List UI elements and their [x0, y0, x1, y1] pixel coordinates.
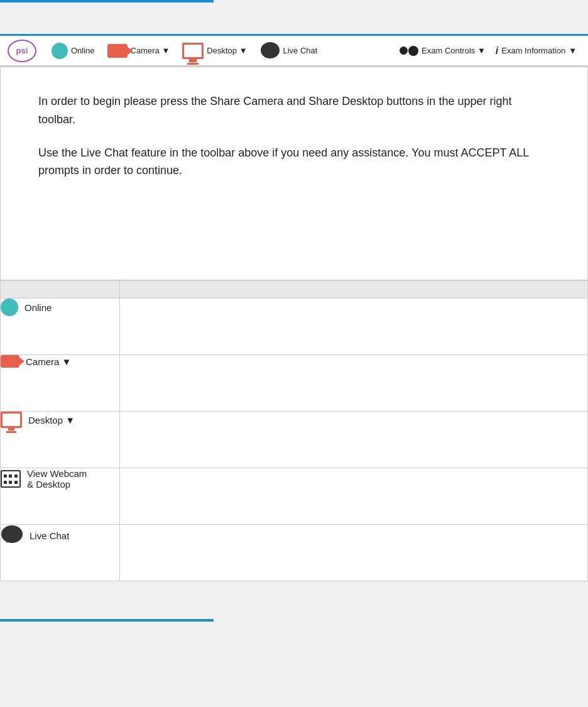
desktop-table-icon — [1, 412, 22, 428]
svg-point-0 — [261, 42, 280, 58]
table-label-online: Online — [1, 299, 120, 355]
person-icon-large — [408, 46, 418, 56]
info-icon: i — [496, 45, 498, 57]
psi-logo: psi — [8, 40, 36, 62]
desktop-row-label: Desktop ▼ — [28, 415, 75, 425]
chat-bubble-icon — [260, 41, 280, 60]
online-row-label: Online — [24, 302, 52, 313]
livechat-table-icon — [1, 525, 23, 546]
table-row: Desktop ▼ — [1, 412, 588, 468]
table-row: View Webcam& Desktop — [1, 468, 588, 525]
film-stripe-bottom — [3, 481, 18, 484]
exam-info-button[interactable]: i Exam Information ▼ — [492, 43, 580, 59]
camera-table-icon — [1, 355, 19, 368]
exam-controls-button[interactable]: Exam Controls ▼ — [396, 43, 489, 58]
table-header-col2 — [120, 281, 588, 299]
camera-label: Camera ▼ — [131, 46, 170, 55]
livechat-row-label: Live Chat — [30, 530, 69, 541]
person-icon-small — [400, 47, 408, 55]
table-row: Online — [1, 299, 588, 355]
camera-row-item: Camera ▼ — [1, 355, 119, 368]
toolbar: psi Online Camera ▼ Desktop ▼ Live Chat … — [0, 34, 588, 67]
online-indicator: Online — [48, 40, 99, 62]
camera-icon — [107, 44, 128, 58]
instruction-para-2: Use the Live Chat feature in the toolbar… — [38, 144, 550, 180]
online-dot-table-icon — [1, 299, 18, 316]
table-header — [1, 281, 588, 299]
svg-point-2 — [1, 525, 23, 543]
exam-info-label: Exam Information — [501, 46, 565, 55]
table-label-webcam: View Webcam& Desktop — [1, 468, 120, 525]
table-row: Camera ▼ — [1, 355, 588, 412]
film-stripe-top — [3, 474, 18, 478]
desktop-icon — [182, 43, 204, 59]
toolbar-right: Exam Controls ▼ i Exam Information ▼ — [396, 43, 580, 59]
table-content-desktop — [120, 412, 588, 468]
bottom-accent-line — [0, 619, 214, 622]
webcam-film-icon — [1, 470, 21, 488]
table-row: Live Chat — [1, 525, 588, 581]
online-dot-icon — [52, 43, 68, 59]
livechat-button[interactable]: Live Chat — [256, 39, 322, 63]
top-spacer — [0, 3, 588, 34]
instruction-para-1: In order to begin please press the Share… — [38, 92, 550, 129]
instructions-text: In order to begin please press the Share… — [38, 92, 550, 180]
camera-row-label: Camera ▼ — [26, 356, 71, 367]
toolbar-reference-table: Online Camera ▼ Desktop ▼ — [0, 280, 588, 581]
exam-controls-label: Exam Controls ▼ — [422, 46, 486, 55]
table-label-camera: Camera ▼ — [1, 355, 120, 412]
table-label-desktop: Desktop ▼ — [1, 412, 120, 468]
table-content-livechat — [120, 525, 588, 581]
camera-button[interactable]: Camera ▼ — [104, 41, 174, 60]
desktop-row-item: Desktop ▼ — [1, 412, 119, 428]
table-content-online — [120, 299, 588, 355]
people-icon — [400, 46, 418, 56]
webcam-row-label: View Webcam& Desktop — [27, 468, 87, 490]
table-label-livechat: Live Chat — [1, 525, 120, 581]
table-content-webcam — [120, 468, 588, 525]
livechat-row-item: Live Chat — [1, 525, 119, 546]
main-content-area: In order to begin please press the Share… — [0, 67, 588, 280]
desktop-button[interactable]: Desktop ▼ — [178, 40, 251, 62]
livechat-label: Live Chat — [283, 46, 318, 55]
desktop-label: Desktop ▼ — [207, 46, 247, 55]
online-row-item: Online — [1, 299, 119, 316]
webcam-row-item: View Webcam& Desktop — [1, 468, 119, 490]
table-content-camera — [120, 355, 588, 412]
online-label: Online — [71, 46, 95, 55]
bottom-spacer — [0, 581, 588, 619]
table-header-col1 — [1, 281, 120, 299]
